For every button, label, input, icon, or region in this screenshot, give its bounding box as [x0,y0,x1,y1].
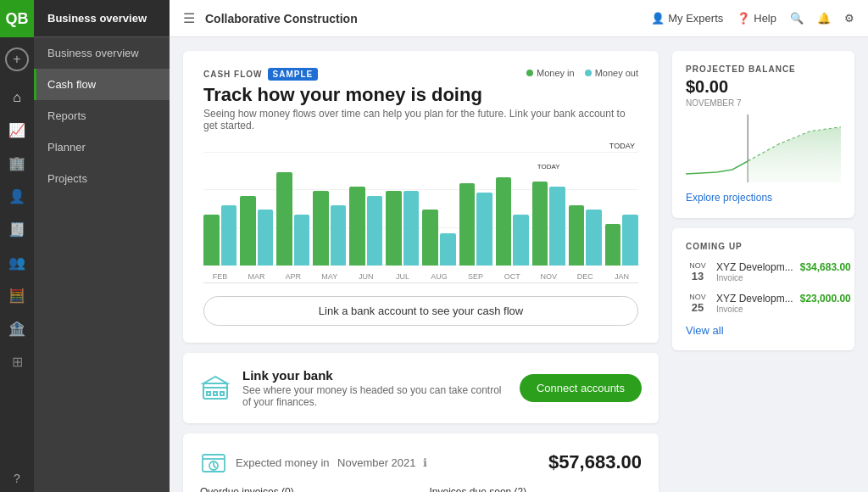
hamburger-icon[interactable]: ☰ [183,10,195,26]
my-experts-button[interactable]: 👤 My Experts [651,12,723,25]
bar-group-apr: APR [276,172,309,266]
nav-sidebar: Business overview Business overview Cash… [34,0,170,492]
bar-group-jun: JUN [349,187,382,266]
bar-money-out-aug [440,233,456,266]
search-button[interactable]: 🔍 [790,12,804,25]
nav-header: Business overview [34,0,170,37]
coming-up-info-1: XYZ Developm... Invoice [716,261,793,282]
sidebar-item-cash-flow[interactable]: Cash flow [34,69,170,100]
add-button[interactable]: + [5,48,29,71]
coming-up-amount-2: $23,000.00 [800,293,851,305]
expected-header: Expected money in November 2021 ℹ $57,68… [200,449,642,476]
company-name: Collaborative Construction [205,12,651,25]
bar-group-aug: AUG [422,210,455,266]
grid-icon[interactable]: ⊞ [12,354,23,370]
link-bank-title: Link your bank [242,368,508,383]
app-logo[interactable]: QB [0,0,34,37]
svg-marker-7 [748,127,841,182]
coming-up-info-2: XYZ Developm... Invoice [716,293,793,314]
expected-money-card: Expected money in November 2021 ℹ $57,68… [183,433,659,492]
overdue-invoices-section: Overdue invoices (0) $0.00 View paid inv… [200,486,413,492]
cash-flow-label-row: CASH FLOW SAMPLE [203,68,318,81]
sidebar-item-business-overview[interactable]: Business overview [34,37,170,69]
cash-flow-chart: TODAY FEBMARAPRMAYJUNJULAUGSEPOCTNOVTODA… [203,142,638,286]
link-bank-icon [200,373,231,404]
coming-up-item-1: NOV 13 XYZ Developm... Invoice $34,683.0… [686,261,841,282]
expected-period: November 2021 [337,456,416,469]
bar-money-out-may [331,205,347,266]
coming-up-name-1: XYZ Developm... [716,261,793,273]
month-1: NOV [686,261,709,270]
bar-money-out-jul [403,191,420,266]
sidebar-item-projects[interactable]: Projects [34,163,170,194]
bar-money-out-dec [586,210,602,266]
top-actions: 👤 My Experts ❓ Help 🔍 🔔 ⚙ [651,12,854,25]
bar-group-oct: OCT [496,177,529,266]
svg-rect-2 [214,392,217,395]
bar-label-mar: MAR [248,272,265,281]
coming-up-name-2: XYZ Developm... [716,293,793,305]
bar-money-in-oct [496,177,512,266]
coming-up-item-2: NOV 25 XYZ Developm... Invoice $23,000.0… [686,293,841,314]
bar-money-in-aug [422,210,438,266]
help-circle-icon[interactable]: ? [14,472,20,485]
coming-up-date-2: NOV 25 [686,293,709,314]
person-icon[interactable]: 👤 [8,188,25,204]
connect-accounts-button[interactable]: Connect accounts [520,374,642,402]
coming-up-type-1: Invoice [716,273,793,282]
grid-line [203,189,638,190]
grid-line [203,152,638,153]
chart-icon[interactable]: 📈 [8,122,25,138]
explore-projections-link[interactable]: Explore projections [686,192,772,204]
coming-up-type-2: Invoice [716,305,793,314]
bar-money-in-jul [386,191,402,266]
help-label: Help [754,12,776,25]
chart-legend: Money in Money out [526,68,638,78]
bar-money-out-mar [258,210,274,266]
due-soon-section: Invoices due soon (2) $57,683.00 View [430,486,643,492]
day-2: 25 [686,301,709,314]
svg-rect-1 [207,392,210,395]
sample-badge: SAMPLE [268,68,319,81]
projected-balance-card: PROJECTED BALANCE $0.00 NOVEMBER 7 [672,51,854,218]
icon-sidebar: QB + ⌂ 📈 🏢 👤 🧾 👥 🧮 🏦 ⊞ ? [0,0,34,492]
bar-label-sep: SEP [468,272,483,281]
bar-label-jun: JUN [359,272,374,281]
bar-label-jan: JAN [615,272,629,281]
projected-date: NOVEMBER 7 [686,98,841,108]
bar-money-out-jun [367,196,383,266]
coming-up-label: COMING UP [686,242,841,251]
overdue-label: Overdue invoices (0) [200,486,413,492]
help-icon: ❓ [737,12,750,25]
svg-rect-3 [220,392,224,395]
sidebar-item-reports[interactable]: Reports [34,100,170,131]
today-marker: TODAY [537,163,560,171]
right-panel: PROJECTED BALANCE $0.00 NOVEMBER 7 [672,51,854,478]
help-button[interactable]: ❓ Help [737,12,776,25]
cash-flow-label: CASH FLOW SAMPLE [203,68,318,81]
projected-label: PROJECTED BALANCE [686,64,841,74]
bar-money-in-jun [349,187,365,266]
bar-label-may: MAY [321,272,337,281]
notifications-button[interactable]: 🔔 [817,12,831,25]
chart-bars: FEBMARAPRMAYJUNJULAUGSEPOCTNOVTODAYDECJA… [203,152,638,283]
people-icon[interactable]: 👥 [8,254,25,271]
settings-button[interactable]: ⚙ [844,12,854,25]
sidebar-item-planner[interactable]: Planner [34,131,170,163]
bar-label-dec: DEC [577,272,593,281]
home-icon[interactable]: ⌂ [13,90,21,105]
bar-money-in-jan [605,224,621,266]
building-icon[interactable]: 🏢 [8,155,25,171]
receipt-icon[interactable]: 🧾 [8,221,25,238]
bar-label-aug: AUG [431,272,448,281]
link-bank-subtitle: See where your money is headed so you ca… [242,384,508,408]
bank-icon[interactable]: 🏦 [8,321,25,337]
view-all-link[interactable]: View all [686,324,841,337]
bar-money-in-apr [276,172,292,266]
link-bank-button[interactable]: Link a bank account to see your cash flo… [203,296,638,326]
person-icon: 👤 [651,12,665,25]
bar-money-in-mar [240,196,256,266]
top-bar: ☰ Collaborative Construction 👤 My Expert… [170,0,868,37]
calculator-icon[interactable]: 🧮 [8,288,25,304]
money-out-dot [585,70,592,76]
